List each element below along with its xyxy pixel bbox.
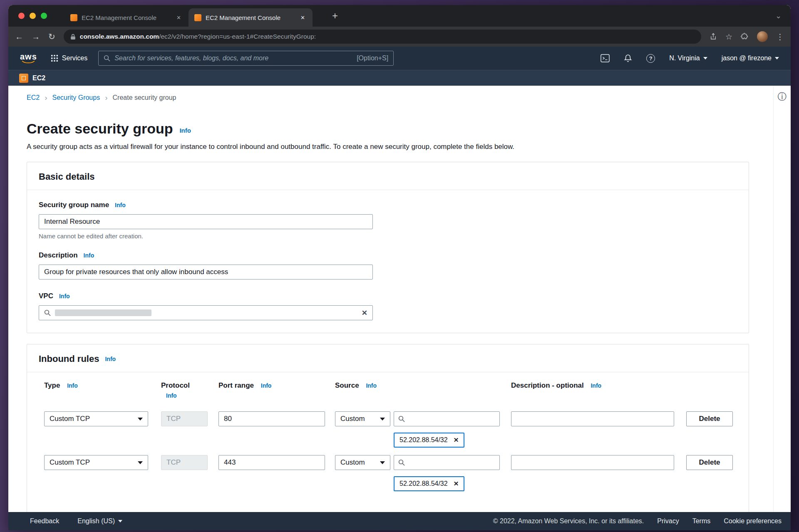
- bookmark-star-icon[interactable]: ☆: [725, 33, 732, 41]
- source-select[interactable]: Custom: [335, 411, 390, 426]
- chevron-down-icon: [138, 461, 143, 464]
- clear-vpc-icon[interactable]: ✕: [362, 309, 367, 317]
- chevron-down-icon: [118, 520, 122, 522]
- account-menu[interactable]: jason @ firezone: [722, 54, 779, 62]
- source-cidr-input[interactable]: [408, 415, 495, 423]
- source-search-input[interactable]: [394, 411, 500, 426]
- tab-2-active[interactable]: EC2 Management Console ✕: [189, 8, 313, 27]
- back-button[interactable]: ←: [15, 32, 23, 41]
- info-panel-icon[interactable]: ⓘ: [778, 92, 787, 512]
- rule-description-input[interactable]: [511, 455, 674, 470]
- privacy-link[interactable]: Privacy: [657, 517, 679, 525]
- protocol-field: [161, 411, 208, 426]
- aws-top-nav: aws Services [Option+S]: [8, 47, 791, 70]
- description-column-header: Description - optional Info: [511, 381, 686, 400]
- page-info-link[interactable]: Info: [179, 127, 191, 134]
- aws-search[interactable]: [Option+S]: [98, 51, 394, 66]
- share-icon[interactable]: [710, 33, 717, 40]
- aws-logo[interactable]: aws: [20, 53, 37, 64]
- search-icon: [44, 309, 51, 316]
- aws-favicon: [194, 14, 201, 21]
- address-bar[interactable]: console.aws.amazon.com/ec2/v2/home?regio…: [64, 30, 701, 44]
- type-column-header: Type Info: [44, 381, 161, 400]
- basic-details-title: Basic details: [39, 171, 95, 182]
- cidr-tag: 52.202.88.54/32 ✕: [394, 476, 464, 491]
- cloudshell-icon[interactable]: [600, 54, 610, 62]
- close-icon[interactable]: ✕: [175, 14, 183, 22]
- port-info-link[interactable]: Info: [261, 382, 272, 389]
- zoom-window-button[interactable]: [41, 13, 47, 19]
- source-select[interactable]: Custom: [335, 455, 390, 470]
- remove-cidr-icon[interactable]: ✕: [454, 480, 459, 487]
- notifications-bell-icon[interactable]: [624, 54, 632, 63]
- tab-search-chevron-icon[interactable]: ⌄: [775, 11, 782, 20]
- inbound-info-link[interactable]: Info: [105, 356, 116, 362]
- security-group-name-input[interactable]: [39, 214, 373, 229]
- feedback-link[interactable]: Feedback: [30, 517, 59, 525]
- aws-favicon: [70, 14, 77, 21]
- terms-link[interactable]: Terms: [692, 517, 711, 525]
- services-menu[interactable]: Services: [51, 54, 87, 62]
- protocol-column-header: Protocol Info: [161, 381, 218, 400]
- region-selector[interactable]: N. Virginia: [669, 54, 707, 62]
- toolbar-actions: ☆ ⋮: [710, 31, 784, 42]
- delete-rule-button[interactable]: Delete: [686, 411, 733, 426]
- reload-button[interactable]: ↻: [48, 32, 55, 41]
- close-window-button[interactable]: [18, 13, 25, 19]
- vpc-info-link[interactable]: Info: [59, 293, 70, 299]
- source-info-link[interactable]: Info: [366, 382, 377, 389]
- cookie-preferences-link[interactable]: Cookie preferences: [724, 517, 782, 525]
- browser-menu-icon[interactable]: ⋮: [776, 33, 784, 41]
- vpc-select-input[interactable]: ✕: [39, 305, 373, 320]
- language-selector[interactable]: English (US): [77, 517, 122, 525]
- forward-button[interactable]: →: [32, 32, 40, 41]
- type-select[interactable]: Custom TCP: [44, 455, 148, 470]
- tab-title: EC2 Management Console: [206, 14, 295, 21]
- aws-search-input[interactable]: [114, 54, 352, 62]
- breadcrumb-ec2[interactable]: EC2: [27, 94, 40, 101]
- cidr-tag: 52.202.88.54/32 ✕: [394, 433, 464, 448]
- lock-icon: [70, 34, 76, 40]
- tab-1[interactable]: EC2 Management Console ✕: [65, 8, 189, 27]
- help-icon[interactable]: ?: [646, 54, 655, 63]
- browser-toolbar: ← → ↻ console.aws.amazon.com/ec2/v2/home…: [8, 27, 791, 47]
- type-info-link[interactable]: Info: [67, 382, 78, 389]
- breadcrumb-security-groups[interactable]: Security Groups: [52, 94, 100, 101]
- basic-details-header: Basic details: [27, 162, 749, 190]
- vpc-label: VPC Info: [39, 292, 737, 300]
- console-content: ⓘ EC2 › Security Groups › Create securit…: [8, 86, 791, 512]
- type-select[interactable]: Custom TCP: [44, 411, 148, 426]
- minimize-window-button[interactable]: [30, 13, 36, 19]
- inbound-rules-title: Inbound rules: [39, 354, 99, 364]
- port-range-input[interactable]: [218, 411, 325, 426]
- delete-rule-button[interactable]: Delete: [686, 455, 733, 470]
- aws-nav-right: ? N. Virginia jason @ firezone: [600, 54, 779, 63]
- ec2-icon: [19, 74, 28, 83]
- breadcrumb-current: Create security group: [113, 94, 176, 101]
- port-range-input[interactable]: [218, 455, 325, 470]
- name-help-text: Name cannot be edited after creation.: [39, 233, 737, 240]
- protocol-info-link[interactable]: Info: [166, 392, 177, 399]
- chevron-right-icon: ›: [105, 93, 107, 102]
- rule-description-input[interactable]: [511, 411, 674, 426]
- description-info-link[interactable]: Info: [84, 252, 94, 259]
- remove-cidr-icon[interactable]: ✕: [454, 436, 459, 444]
- chevron-down-icon: [775, 57, 779, 59]
- source-cidr-input[interactable]: [408, 458, 495, 467]
- description-input[interactable]: [39, 265, 373, 280]
- search-shortcut-hint: [Option+S]: [357, 54, 388, 62]
- port-range-column-header: Port range Info: [218, 381, 335, 400]
- source-search-input[interactable]: [394, 455, 500, 470]
- copyright-text: © 2022, Amazon Web Services, Inc. or its…: [493, 517, 644, 525]
- close-icon[interactable]: ✕: [299, 14, 307, 22]
- description-col-info-link[interactable]: Info: [591, 382, 601, 389]
- extensions-puzzle-icon[interactable]: [741, 33, 749, 41]
- new-tab-button[interactable]: +: [332, 11, 338, 21]
- inbound-rule-row: Custom TCP Custom: [44, 455, 749, 491]
- profile-avatar[interactable]: [757, 31, 768, 42]
- name-info-link[interactable]: Info: [115, 202, 126, 208]
- url-text: console.aws.amazon.com/ec2/v2/home?regio…: [80, 33, 316, 40]
- ec2-service-label[interactable]: EC2: [32, 74, 45, 82]
- tabs: EC2 Management Console ✕ EC2 Management …: [65, 8, 313, 27]
- tab-strip: EC2 Management Console ✕ EC2 Management …: [8, 5, 791, 27]
